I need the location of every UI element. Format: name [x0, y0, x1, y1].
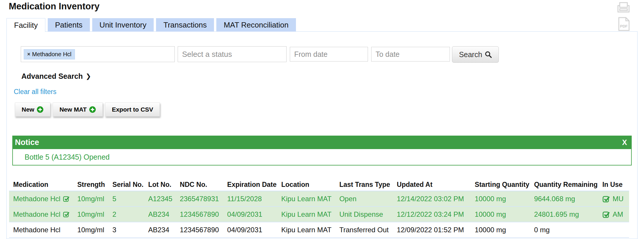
in-use-value: MU — [613, 195, 624, 203]
col-updated-at[interactable]: Updated At — [395, 179, 472, 191]
pdf-export-icon[interactable]: PDF — [617, 17, 630, 31]
col-last-trans-type[interactable]: Last Trans Type — [337, 179, 394, 191]
updated-at-value: 12/12/2022 03:24 PM — [397, 210, 464, 218]
tab-unit-inventory[interactable]: Unit Inventory — [92, 18, 154, 32]
export-csv-label: Export to CSV — [112, 106, 153, 113]
updated-at-value: 12/14/2022 03:02 PM — [397, 195, 464, 203]
medication-filter-multiselect[interactable]: × Methadone Hcl — [21, 46, 175, 62]
lot-no-value: AB234 — [148, 210, 169, 218]
advanced-search-toggle[interactable]: Advanced Search ❯ — [21, 72, 91, 81]
expiration-date-value: 04/09/2031 — [227, 210, 262, 218]
svg-text:PDF: PDF — [620, 24, 628, 28]
search-button-label: Search — [459, 50, 482, 59]
print-icon[interactable] — [617, 2, 630, 13]
plus-icon — [89, 106, 96, 113]
serial-no-value: 3 — [112, 226, 116, 234]
quantity-remaining-value: 24801.695 mg — [534, 210, 579, 218]
starting-quantity-value: 10000 mg — [475, 226, 506, 234]
col-starting-quantity[interactable]: Starting Quantity — [472, 179, 532, 191]
tab-transactions[interactable]: Transactions — [156, 18, 214, 32]
col-ndc-no[interactable]: NDC No. — [177, 179, 225, 191]
ndc-no-value: 2365478931 — [180, 195, 219, 203]
chip-remove-icon[interactable]: × — [27, 51, 30, 57]
location-value: Kipu Learn MAT — [281, 210, 332, 218]
lot-no-value: AB234 — [148, 226, 169, 234]
medication-name[interactable]: Methadone Hcl — [13, 226, 60, 234]
strength-value: 10mg/ml — [77, 195, 104, 203]
table-row[interactable]: Methadone Hcl 10mg/ml 3 AB234 1234567890… — [9, 222, 629, 238]
col-in-use[interactable]: In Use — [600, 179, 629, 191]
notice-close-icon[interactable]: X — [622, 138, 627, 147]
strength-value: 10mg/ml — [77, 226, 104, 234]
action-buttons: New New MAT Export to CSV — [15, 103, 160, 117]
lot-no-value: A12345 — [148, 195, 172, 203]
tab-facility[interactable]: Facility — [6, 18, 45, 32]
page-title: Medication Inventory — [9, 1, 100, 12]
col-expiration-date[interactable]: Expiration Date — [225, 179, 279, 191]
export-to-csv-button[interactable]: Export to CSV — [105, 103, 160, 117]
notice-header: Notice X — [12, 136, 632, 149]
col-location[interactable]: Location — [279, 179, 337, 191]
new-mat-button[interactable]: New MAT — [53, 103, 103, 117]
expiration-date-value: 04/09/2031 — [227, 226, 262, 234]
table-header-row: Medication Strength Serial No. Lot No. N… — [9, 179, 629, 191]
medication-filter-chip: × Methadone Hcl — [24, 49, 75, 59]
expiration-date-value: 11/15/2028 — [227, 195, 262, 203]
serial-no-value: 5 — [112, 195, 116, 203]
starting-quantity-value: 10000 mg — [475, 195, 506, 203]
in-use-checked-icon — [602, 195, 610, 203]
to-date-input[interactable] — [371, 47, 450, 62]
medication-inventory-page: Medication Inventory PDF Facility Patien… — [0, 0, 644, 239]
tab-bar: Facility Patients Unit Inventory Transac… — [6, 18, 296, 32]
facility-tab-panel: × Methadone Hcl Select a status Search A… — [6, 31, 638, 239]
medication-name[interactable]: Methadone Hcl — [13, 210, 60, 218]
last-trans-type-value: Transferred Out — [339, 226, 389, 234]
chip-label: Methadone Hcl — [32, 51, 72, 58]
table-row[interactable]: Methadone Hcl 10mg/ml 5 A12345 236547893… — [9, 191, 629, 206]
inventory-table-body: Methadone Hcl 10mg/ml 5 A12345 236547893… — [9, 191, 629, 238]
ndc-no-value: 1234567890 — [180, 226, 219, 234]
quantity-remaining-value: 9644.068 mg — [534, 195, 575, 203]
in-use-value: AM — [613, 210, 623, 218]
col-medication[interactable]: Medication — [9, 179, 75, 191]
new-button-label: New — [22, 106, 34, 113]
status-select[interactable]: Select a status — [178, 46, 287, 62]
in-use-checked-icon — [602, 211, 610, 218]
tab-mat-reconciliation[interactable]: MAT Reconciliation — [216, 18, 296, 32]
serial-no-value: 2 — [112, 210, 116, 218]
from-date-input[interactable] — [290, 47, 368, 62]
ndc-no-value: 1234567890 — [180, 210, 219, 218]
clear-all-filters-link[interactable]: Clear all filters — [14, 88, 56, 96]
updated-at-value: 12/09/2022 01:52 PM — [397, 226, 464, 234]
medication-checked-icon — [63, 211, 70, 218]
notice-title: Notice — [15, 138, 39, 147]
col-quantity-remaining[interactable]: Quantity Remaining — [532, 179, 600, 191]
last-trans-type-value: Open — [339, 195, 357, 203]
location-value: Kipu Learn MAT — [281, 195, 332, 203]
inventory-table: Medication Strength Serial No. Lot No. N… — [9, 179, 629, 238]
status-placeholder: Select a status — [182, 50, 232, 59]
strength-value: 10mg/ml — [77, 210, 104, 218]
col-serial-no[interactable]: Serial No. — [110, 179, 146, 191]
location-value: Kipu Learn MAT — [281, 226, 332, 234]
chevron-right-icon: ❯ — [86, 73, 91, 80]
plus-icon — [37, 106, 44, 113]
advanced-search-label: Advanced Search — [21, 72, 83, 81]
search-button[interactable]: Search — [452, 46, 499, 63]
notice-banner: Notice X Bottle 5 (A12345) Opened — [12, 136, 632, 165]
notice-message: Bottle 5 (A12345) Opened — [12, 149, 632, 165]
quantity-remaining-value: 0 mg — [534, 226, 549, 234]
last-trans-type-value: Unit Dispense — [339, 210, 383, 218]
new-button[interactable]: New — [15, 103, 50, 117]
tab-patients[interactable]: Patients — [48, 18, 90, 32]
new-mat-button-label: New MAT — [59, 106, 87, 113]
col-lot-no[interactable]: Lot No. — [146, 179, 177, 191]
search-icon — [485, 51, 492, 58]
header-toolbar: PDF — [617, 2, 631, 35]
starting-quantity-value: 10000 mg — [475, 210, 506, 218]
col-strength[interactable]: Strength — [75, 179, 110, 191]
medication-checked-icon — [63, 195, 70, 202]
medication-name[interactable]: Methadone Hcl — [13, 195, 60, 203]
table-row[interactable]: Methadone Hcl 10mg/ml 2 AB234 1234567890… — [9, 206, 629, 222]
